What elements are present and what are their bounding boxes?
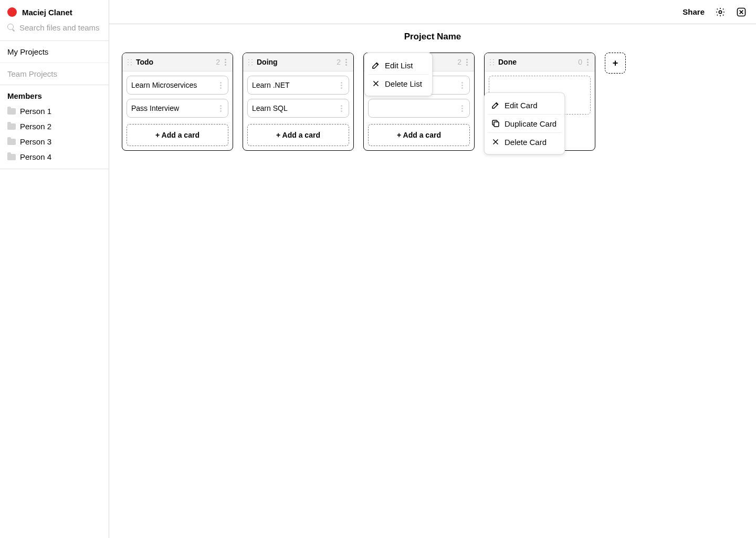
member-name: Person 1 (20, 107, 51, 116)
menu-item-edit-card[interactable]: Edit Card (488, 96, 561, 115)
folder-icon (7, 123, 16, 130)
svg-point-0 (719, 11, 721, 13)
add-card-button[interactable]: + Add a card (127, 124, 228, 146)
edit-icon (371, 60, 381, 70)
card-menu-button[interactable] (459, 80, 465, 90)
list-body: Learn Microservices Pass Interview (122, 71, 233, 122)
card-title: Pass Interview (131, 104, 217, 112)
list-title: Done (498, 58, 578, 66)
card[interactable] (368, 99, 470, 118)
card[interactable]: Pass Interview (127, 99, 228, 118)
menu-item-label: Edit Card (505, 101, 538, 110)
share-button[interactable]: Share (682, 7, 705, 16)
sidebar-item-my-projects[interactable]: My Projects (0, 40, 109, 63)
add-card-button[interactable]: + Add a card (247, 124, 349, 146)
menu-item-label: Delete List (385, 79, 422, 88)
close-button[interactable] (736, 7, 747, 17)
menu-item-label: Delete Card (505, 138, 547, 147)
search-icon (7, 24, 15, 32)
search-input[interactable]: Search files and teams (0, 22, 109, 40)
list-menu-button[interactable] (343, 57, 349, 67)
folder-icon (7, 108, 16, 115)
list-count: 2 (216, 58, 220, 66)
svg-rect-2 (494, 122, 499, 127)
card-context-menu: Edit Card Duplicate Card Delete Card (484, 92, 565, 154)
menu-item-label: Edit List (385, 61, 413, 70)
sidebar-members-header: Members (0, 85, 109, 104)
lists-wrap: Todo 2 Learn Microservices Pass Intervie… (122, 53, 626, 151)
menu-item-delete-card[interactable]: Delete Card (488, 133, 561, 151)
sidebar-member[interactable]: Person 3 (0, 134, 109, 149)
card[interactable]: Learn .NET (247, 76, 349, 95)
list-count: 2 (337, 58, 341, 66)
card-menu-button[interactable] (459, 104, 465, 113)
card-menu-button[interactable] (338, 104, 344, 113)
project-title: Project Name (109, 24, 756, 53)
settings-button[interactable] (715, 7, 726, 17)
list-menu-button[interactable] (584, 57, 591, 67)
user-name: Maciej Clanet (22, 8, 72, 17)
card-title: Learn Microservices (131, 81, 217, 89)
close-icon (371, 79, 381, 88)
list-header[interactable]: Doing 2 (243, 53, 353, 71)
menu-item-delete-list[interactable]: Delete List (368, 75, 429, 92)
edit-icon (491, 100, 500, 110)
sidebar-item-team-projects[interactable]: Team Projects (0, 63, 109, 85)
list-menu-button[interactable] (222, 57, 228, 67)
card-title: Learn SQL (252, 104, 338, 112)
menu-item-edit-list[interactable]: Edit List (368, 56, 429, 75)
list-title: Todo (136, 58, 216, 66)
list-context-menu: Edit List Delete List (364, 53, 433, 96)
close-icon (491, 137, 500, 147)
drag-handle-icon[interactable] (127, 58, 133, 66)
board: Todo 2 Learn Microservices Pass Intervie… (109, 53, 756, 163)
menu-item-label: Duplicate Card (505, 119, 556, 128)
sidebar: Maciej Clanet Search files and teams My … (0, 0, 109, 538)
sidebar-member[interactable]: Person 4 (0, 149, 109, 164)
card-menu-button[interactable] (338, 80, 344, 90)
list-count: 2 (457, 58, 461, 66)
member-name: Person 2 (20, 122, 51, 131)
card-title: Learn .NET (252, 81, 338, 89)
gear-icon (715, 7, 726, 17)
user-row[interactable]: Maciej Clanet (0, 0, 109, 22)
folder-icon (7, 154, 16, 160)
add-list-button[interactable]: + (605, 53, 626, 74)
member-name: Person 3 (20, 137, 51, 146)
folder-icon (7, 139, 16, 145)
main: Share Project Name Todo 2 (109, 0, 756, 538)
list-body: Learn .NET Learn SQL (243, 71, 353, 122)
menu-item-duplicate-card[interactable]: Duplicate Card (488, 115, 561, 133)
list-menu-button[interactable] (464, 57, 470, 67)
card-menu-button[interactable] (217, 104, 224, 113)
add-card-button[interactable]: + Add a card (368, 124, 470, 146)
list-title: Doing (257, 58, 337, 66)
member-name: Person 4 (20, 152, 51, 161)
card-menu-button[interactable] (217, 80, 224, 90)
card[interactable]: Learn SQL (247, 99, 349, 118)
user-avatar (7, 7, 17, 17)
list-header[interactable]: Todo 2 (122, 53, 233, 71)
list-header[interactable]: Done 0 (485, 53, 595, 71)
list-todo: Todo 2 Learn Microservices Pass Intervie… (122, 53, 233, 151)
sidebar-member[interactable]: Person 2 (0, 119, 109, 134)
list-count: 0 (578, 58, 582, 66)
divider (0, 169, 109, 169)
drag-handle-icon[interactable] (247, 58, 254, 66)
drag-handle-icon[interactable] (489, 58, 495, 66)
duplicate-icon (491, 119, 500, 128)
list-doing: Doing 2 Learn .NET Learn SQL + Add a car… (243, 53, 354, 151)
search-placeholder: Search files and teams (19, 23, 100, 32)
card[interactable]: Learn Microservices (127, 76, 228, 95)
topbar: Share (109, 0, 756, 24)
close-icon (736, 7, 747, 17)
sidebar-member[interactable]: Person 1 (0, 104, 109, 119)
